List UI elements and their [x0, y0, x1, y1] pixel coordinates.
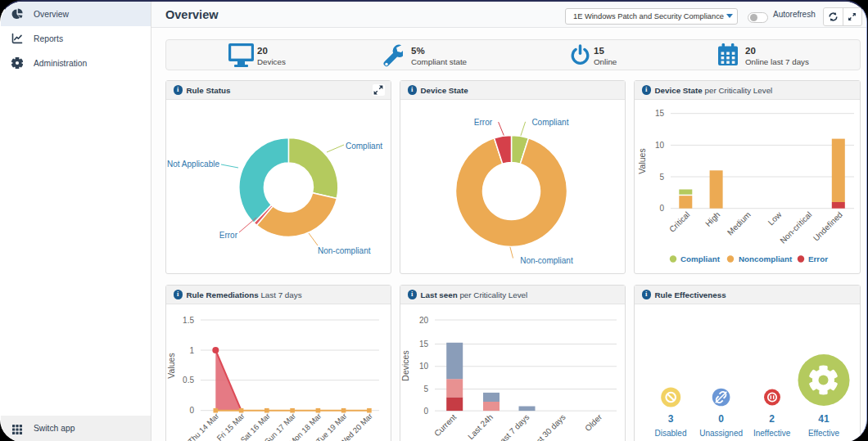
- svg-text:Current: Current: [432, 412, 459, 439]
- svg-text:Error: Error: [219, 231, 238, 240]
- svg-text:0: 0: [189, 406, 194, 415]
- svg-text:0.5: 0.5: [183, 376, 194, 385]
- svg-text:Noncompliant: Noncompliant: [739, 254, 793, 263]
- svg-text:Compliant: Compliant: [531, 118, 568, 127]
- svg-text:0: 0: [659, 204, 664, 213]
- svg-text:0: 0: [423, 407, 428, 416]
- svg-text:Not Applicable: Not Applicable: [167, 160, 219, 169]
- svg-text:5: 5: [659, 173, 664, 182]
- svg-text:Effective: Effective: [808, 429, 840, 438]
- svg-text:Compliant: Compliant: [346, 142, 382, 151]
- svg-text:Older: Older: [583, 412, 604, 434]
- svg-text:Low: Low: [766, 209, 784, 227]
- svg-text:1: 1: [189, 346, 194, 355]
- svg-text:Values: Values: [166, 353, 176, 378]
- svg-text:20: 20: [419, 316, 429, 325]
- svg-text:Last 7 days: Last 7 days: [495, 412, 531, 441]
- svg-text:3: 3: [668, 413, 674, 425]
- svg-text:Error: Error: [808, 254, 828, 263]
- svg-text:Last 24h: Last 24h: [466, 412, 495, 441]
- svg-text:Non-compliant: Non-compliant: [520, 256, 573, 265]
- svg-text:15: 15: [419, 340, 429, 349]
- svg-text:10: 10: [655, 141, 665, 150]
- svg-text:Unassigned: Unassigned: [699, 429, 743, 438]
- svg-text:Last 30 days: Last 30 days: [528, 412, 567, 441]
- svg-text:1.5: 1.5: [183, 316, 194, 325]
- svg-text:10: 10: [419, 362, 429, 371]
- svg-text:41: 41: [818, 413, 830, 425]
- svg-text:Error: Error: [474, 118, 493, 127]
- svg-text:Values: Values: [637, 148, 647, 173]
- svg-text:Ineffective: Ineffective: [753, 429, 791, 438]
- svg-text:Devices: Devices: [400, 350, 410, 380]
- svg-text:2: 2: [769, 413, 775, 425]
- svg-text:Medium: Medium: [726, 210, 753, 237]
- svg-text:Disabled: Disabled: [655, 429, 687, 438]
- svg-text:0: 0: [718, 413, 724, 425]
- svg-text:Non-compliant: Non-compliant: [318, 246, 371, 255]
- svg-text:Critical: Critical: [667, 210, 691, 234]
- svg-text:Non-critical: Non-critical: [778, 210, 813, 245]
- svg-text:15: 15: [655, 109, 665, 118]
- svg-text:Undefined: Undefined: [811, 210, 844, 243]
- svg-text:High: High: [703, 210, 721, 228]
- svg-text:5: 5: [423, 385, 428, 394]
- svg-text:Compliant: Compliant: [680, 254, 721, 263]
